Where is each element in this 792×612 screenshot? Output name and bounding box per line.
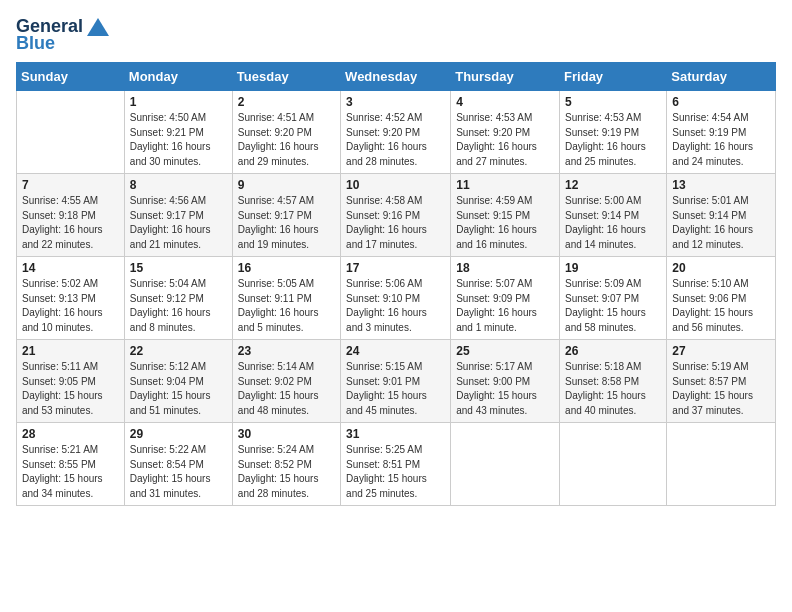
calendar-day-cell: 20Sunrise: 5:10 AM Sunset: 9:06 PM Dayli…	[667, 257, 776, 340]
day-info: Sunrise: 4:53 AM Sunset: 9:19 PM Dayligh…	[565, 111, 661, 169]
day-info: Sunrise: 5:21 AM Sunset: 8:55 PM Dayligh…	[22, 443, 119, 501]
day-info: Sunrise: 5:22 AM Sunset: 8:54 PM Dayligh…	[130, 443, 227, 501]
day-number: 18	[456, 261, 554, 275]
calendar-day-cell: 30Sunrise: 5:24 AM Sunset: 8:52 PM Dayli…	[232, 423, 340, 506]
day-number: 9	[238, 178, 335, 192]
calendar-day-cell: 12Sunrise: 5:00 AM Sunset: 9:14 PM Dayli…	[560, 174, 667, 257]
day-info: Sunrise: 5:05 AM Sunset: 9:11 PM Dayligh…	[238, 277, 335, 335]
day-info: Sunrise: 4:58 AM Sunset: 9:16 PM Dayligh…	[346, 194, 445, 252]
calendar-day-cell: 7Sunrise: 4:55 AM Sunset: 9:18 PM Daylig…	[17, 174, 125, 257]
day-info: Sunrise: 5:24 AM Sunset: 8:52 PM Dayligh…	[238, 443, 335, 501]
weekday-header-tuesday: Tuesday	[232, 63, 340, 91]
day-number: 3	[346, 95, 445, 109]
day-info: Sunrise: 4:55 AM Sunset: 9:18 PM Dayligh…	[22, 194, 119, 252]
day-number: 16	[238, 261, 335, 275]
calendar-day-cell: 23Sunrise: 5:14 AM Sunset: 9:02 PM Dayli…	[232, 340, 340, 423]
day-info: Sunrise: 4:56 AM Sunset: 9:17 PM Dayligh…	[130, 194, 227, 252]
calendar-day-cell: 18Sunrise: 5:07 AM Sunset: 9:09 PM Dayli…	[451, 257, 560, 340]
day-number: 13	[672, 178, 770, 192]
calendar-week-row: 28Sunrise: 5:21 AM Sunset: 8:55 PM Dayli…	[17, 423, 776, 506]
calendar-day-cell: 13Sunrise: 5:01 AM Sunset: 9:14 PM Dayli…	[667, 174, 776, 257]
day-info: Sunrise: 5:11 AM Sunset: 9:05 PM Dayligh…	[22, 360, 119, 418]
day-number: 31	[346, 427, 445, 441]
calendar-day-cell: 6Sunrise: 4:54 AM Sunset: 9:19 PM Daylig…	[667, 91, 776, 174]
day-number: 15	[130, 261, 227, 275]
weekday-header-sunday: Sunday	[17, 63, 125, 91]
calendar-empty-cell	[560, 423, 667, 506]
calendar-day-cell: 16Sunrise: 5:05 AM Sunset: 9:11 PM Dayli…	[232, 257, 340, 340]
day-number: 1	[130, 95, 227, 109]
calendar-day-cell: 27Sunrise: 5:19 AM Sunset: 8:57 PM Dayli…	[667, 340, 776, 423]
day-number: 24	[346, 344, 445, 358]
day-number: 26	[565, 344, 661, 358]
calendar-day-cell: 2Sunrise: 4:51 AM Sunset: 9:20 PM Daylig…	[232, 91, 340, 174]
calendar-week-row: 14Sunrise: 5:02 AM Sunset: 9:13 PM Dayli…	[17, 257, 776, 340]
day-info: Sunrise: 4:53 AM Sunset: 9:20 PM Dayligh…	[456, 111, 554, 169]
day-number: 30	[238, 427, 335, 441]
day-info: Sunrise: 4:54 AM Sunset: 9:19 PM Dayligh…	[672, 111, 770, 169]
calendar-week-row: 1Sunrise: 4:50 AM Sunset: 9:21 PM Daylig…	[17, 91, 776, 174]
calendar-day-cell: 14Sunrise: 5:02 AM Sunset: 9:13 PM Dayli…	[17, 257, 125, 340]
calendar-day-cell: 24Sunrise: 5:15 AM Sunset: 9:01 PM Dayli…	[341, 340, 451, 423]
calendar-day-cell: 10Sunrise: 4:58 AM Sunset: 9:16 PM Dayli…	[341, 174, 451, 257]
svg-marker-0	[87, 18, 109, 36]
day-info: Sunrise: 5:07 AM Sunset: 9:09 PM Dayligh…	[456, 277, 554, 335]
day-number: 22	[130, 344, 227, 358]
day-info: Sunrise: 5:12 AM Sunset: 9:04 PM Dayligh…	[130, 360, 227, 418]
calendar-day-cell: 11Sunrise: 4:59 AM Sunset: 9:15 PM Dayli…	[451, 174, 560, 257]
weekday-header-wednesday: Wednesday	[341, 63, 451, 91]
calendar-day-cell: 3Sunrise: 4:52 AM Sunset: 9:20 PM Daylig…	[341, 91, 451, 174]
calendar-day-cell: 21Sunrise: 5:11 AM Sunset: 9:05 PM Dayli…	[17, 340, 125, 423]
day-number: 29	[130, 427, 227, 441]
logo-icon	[87, 18, 109, 36]
calendar-day-cell: 8Sunrise: 4:56 AM Sunset: 9:17 PM Daylig…	[124, 174, 232, 257]
calendar-day-cell: 4Sunrise: 4:53 AM Sunset: 9:20 PM Daylig…	[451, 91, 560, 174]
day-number: 12	[565, 178, 661, 192]
calendar-day-cell: 19Sunrise: 5:09 AM Sunset: 9:07 PM Dayli…	[560, 257, 667, 340]
day-number: 10	[346, 178, 445, 192]
day-number: 7	[22, 178, 119, 192]
day-number: 21	[22, 344, 119, 358]
day-number: 14	[22, 261, 119, 275]
day-info: Sunrise: 5:09 AM Sunset: 9:07 PM Dayligh…	[565, 277, 661, 335]
day-info: Sunrise: 5:01 AM Sunset: 9:14 PM Dayligh…	[672, 194, 770, 252]
weekday-header-row: SundayMondayTuesdayWednesdayThursdayFrid…	[17, 63, 776, 91]
weekday-header-thursday: Thursday	[451, 63, 560, 91]
calendar-day-cell: 15Sunrise: 5:04 AM Sunset: 9:12 PM Dayli…	[124, 257, 232, 340]
weekday-header-saturday: Saturday	[667, 63, 776, 91]
day-number: 6	[672, 95, 770, 109]
day-number: 25	[456, 344, 554, 358]
calendar-empty-cell	[17, 91, 125, 174]
day-number: 23	[238, 344, 335, 358]
day-number: 11	[456, 178, 554, 192]
day-info: Sunrise: 5:14 AM Sunset: 9:02 PM Dayligh…	[238, 360, 335, 418]
day-info: Sunrise: 4:57 AM Sunset: 9:17 PM Dayligh…	[238, 194, 335, 252]
weekday-header-monday: Monday	[124, 63, 232, 91]
calendar-day-cell: 29Sunrise: 5:22 AM Sunset: 8:54 PM Dayli…	[124, 423, 232, 506]
calendar-day-cell: 1Sunrise: 4:50 AM Sunset: 9:21 PM Daylig…	[124, 91, 232, 174]
day-info: Sunrise: 4:50 AM Sunset: 9:21 PM Dayligh…	[130, 111, 227, 169]
day-info: Sunrise: 5:17 AM Sunset: 9:00 PM Dayligh…	[456, 360, 554, 418]
calendar-day-cell: 31Sunrise: 5:25 AM Sunset: 8:51 PM Dayli…	[341, 423, 451, 506]
calendar-day-cell: 5Sunrise: 4:53 AM Sunset: 9:19 PM Daylig…	[560, 91, 667, 174]
day-number: 28	[22, 427, 119, 441]
logo-blue-text: Blue	[16, 33, 55, 54]
calendar-day-cell: 25Sunrise: 5:17 AM Sunset: 9:00 PM Dayli…	[451, 340, 560, 423]
day-info: Sunrise: 5:15 AM Sunset: 9:01 PM Dayligh…	[346, 360, 445, 418]
calendar-table: SundayMondayTuesdayWednesdayThursdayFrid…	[16, 62, 776, 506]
calendar-day-cell: 28Sunrise: 5:21 AM Sunset: 8:55 PM Dayli…	[17, 423, 125, 506]
day-info: Sunrise: 5:25 AM Sunset: 8:51 PM Dayligh…	[346, 443, 445, 501]
calendar-empty-cell	[667, 423, 776, 506]
day-info: Sunrise: 4:51 AM Sunset: 9:20 PM Dayligh…	[238, 111, 335, 169]
day-number: 2	[238, 95, 335, 109]
calendar-week-row: 7Sunrise: 4:55 AM Sunset: 9:18 PM Daylig…	[17, 174, 776, 257]
day-number: 19	[565, 261, 661, 275]
weekday-header-friday: Friday	[560, 63, 667, 91]
day-number: 27	[672, 344, 770, 358]
calendar-day-cell: 17Sunrise: 5:06 AM Sunset: 9:10 PM Dayli…	[341, 257, 451, 340]
day-number: 4	[456, 95, 554, 109]
calendar-empty-cell	[451, 423, 560, 506]
day-info: Sunrise: 5:04 AM Sunset: 9:12 PM Dayligh…	[130, 277, 227, 335]
day-number: 17	[346, 261, 445, 275]
calendar-day-cell: 22Sunrise: 5:12 AM Sunset: 9:04 PM Dayli…	[124, 340, 232, 423]
